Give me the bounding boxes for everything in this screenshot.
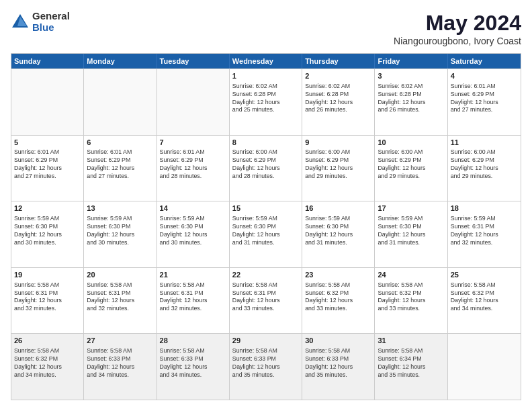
calendar-row-4: 26Sunrise: 5:58 AM Sunset: 6:32 PM Dayli… — [11, 333, 521, 400]
cell-text: Sunrise: 5:59 AM Sunset: 6:30 PM Dayligh… — [378, 215, 444, 247]
calendar-cell: 25Sunrise: 5:58 AM Sunset: 6:32 PM Dayli… — [448, 268, 521, 334]
day-number: 23 — [305, 270, 371, 280]
header-day-saturday: Saturday — [448, 54, 521, 68]
day-number: 14 — [160, 203, 226, 214]
cell-text: Sunrise: 5:59 AM Sunset: 6:30 PM Dayligh… — [14, 215, 81, 247]
calendar-cell: 12Sunrise: 5:59 AM Sunset: 6:30 PM Dayli… — [11, 201, 84, 267]
calendar-cell: 14Sunrise: 5:59 AM Sunset: 6:30 PM Dayli… — [157, 201, 230, 267]
cell-text: Sunrise: 6:01 AM Sunset: 6:29 PM Dayligh… — [87, 148, 153, 181]
calendar: SundayMondayTuesdayWednesdayThursdayFrid… — [11, 53, 521, 400]
day-number: 20 — [87, 270, 153, 280]
calendar-row-1: 5Sunrise: 6:01 AM Sunset: 6:29 PM Daylig… — [11, 135, 521, 201]
cell-text: Sunrise: 6:00 AM Sunset: 6:29 PM Dayligh… — [378, 148, 444, 181]
header-day-wednesday: Wednesday — [230, 54, 302, 68]
cell-text: Sunrise: 6:02 AM Sunset: 6:28 PM Dayligh… — [378, 83, 444, 115]
cell-text: Sunrise: 5:58 AM Sunset: 6:33 PM Dayligh… — [160, 347, 226, 379]
cell-text: Sunrise: 6:00 AM Sunset: 6:29 PM Dayligh… — [305, 148, 371, 181]
calendar-row-2: 12Sunrise: 5:59 AM Sunset: 6:30 PM Dayli… — [11, 201, 521, 267]
day-number: 8 — [232, 138, 299, 148]
calendar-cell: 22Sunrise: 5:58 AM Sunset: 6:31 PM Dayli… — [230, 268, 302, 334]
calendar-cell: 16Sunrise: 5:59 AM Sunset: 6:30 PM Dayli… — [302, 201, 375, 267]
cell-text: Sunrise: 5:59 AM Sunset: 6:30 PM Dayligh… — [305, 215, 371, 247]
cell-text: Sunrise: 5:58 AM Sunset: 6:32 PM Dayligh… — [378, 281, 444, 314]
calendar-cell: 24Sunrise: 5:58 AM Sunset: 6:32 PM Dayli… — [375, 268, 447, 334]
day-number: 18 — [451, 203, 518, 214]
header-day-monday: Monday — [84, 54, 157, 68]
day-number: 25 — [451, 270, 518, 280]
header-day-sunday: Sunday — [11, 54, 84, 68]
page: General Blue May 2024 Niangourougbono, I… — [0, 0, 532, 411]
header-day-thursday: Thursday — [302, 54, 375, 68]
day-number: 4 — [451, 71, 518, 81]
calendar-cell: 6Sunrise: 6:01 AM Sunset: 6:29 PM Daylig… — [84, 136, 157, 201]
calendar-cell: 28Sunrise: 5:58 AM Sunset: 6:33 PM Dayli… — [157, 334, 230, 400]
day-number: 27 — [87, 336, 153, 346]
calendar-cell: 19Sunrise: 5:58 AM Sunset: 6:31 PM Dayli… — [11, 268, 84, 334]
calendar-cell: 7Sunrise: 6:01 AM Sunset: 6:29 PM Daylig… — [157, 136, 230, 201]
cell-text: Sunrise: 5:58 AM Sunset: 6:32 PM Dayligh… — [451, 281, 518, 314]
calendar-cell: 2Sunrise: 6:02 AM Sunset: 6:28 PM Daylig… — [302, 69, 375, 135]
logo-general: General — [32, 11, 70, 22]
day-number: 10 — [378, 138, 444, 148]
cell-text: Sunrise: 5:58 AM Sunset: 6:33 PM Dayligh… — [232, 347, 299, 379]
calendar-header-row: SundayMondayTuesdayWednesdayThursdayFrid… — [11, 54, 521, 68]
day-number: 16 — [305, 203, 371, 214]
day-number: 12 — [14, 203, 81, 214]
day-number: 21 — [160, 270, 226, 280]
calendar-cell: 29Sunrise: 5:58 AM Sunset: 6:33 PM Dayli… — [230, 334, 302, 400]
day-number: 28 — [160, 336, 226, 346]
header: General Blue May 2024 Niangourougbono, I… — [11, 11, 521, 46]
cell-text: Sunrise: 5:58 AM Sunset: 6:32 PM Dayligh… — [305, 281, 371, 314]
cell-text: Sunrise: 5:59 AM Sunset: 6:30 PM Dayligh… — [87, 215, 153, 247]
calendar-cell — [84, 69, 157, 135]
cell-text: Sunrise: 6:01 AM Sunset: 6:29 PM Dayligh… — [14, 148, 81, 181]
day-number: 17 — [378, 203, 444, 214]
calendar-cell: 4Sunrise: 6:01 AM Sunset: 6:29 PM Daylig… — [448, 69, 521, 135]
day-number: 29 — [232, 336, 299, 346]
day-number: 31 — [378, 336, 444, 346]
day-number: 24 — [378, 270, 444, 280]
cell-text: Sunrise: 5:58 AM Sunset: 6:31 PM Dayligh… — [87, 281, 153, 314]
calendar-cell: 23Sunrise: 5:58 AM Sunset: 6:32 PM Dayli… — [302, 268, 375, 334]
day-number: 11 — [451, 138, 518, 148]
logo-icon — [11, 13, 30, 32]
calendar-cell: 11Sunrise: 6:00 AM Sunset: 6:29 PM Dayli… — [448, 136, 521, 201]
calendar-cell: 1Sunrise: 6:02 AM Sunset: 6:28 PM Daylig… — [230, 69, 302, 135]
calendar-cell — [157, 69, 230, 135]
cell-text: Sunrise: 5:58 AM Sunset: 6:31 PM Dayligh… — [14, 281, 81, 314]
day-number: 13 — [87, 203, 153, 214]
calendar-cell — [448, 334, 521, 400]
day-number: 15 — [232, 203, 299, 214]
cell-text: Sunrise: 6:02 AM Sunset: 6:28 PM Dayligh… — [232, 83, 299, 115]
calendar-cell: 18Sunrise: 5:59 AM Sunset: 6:31 PM Dayli… — [448, 201, 521, 267]
calendar-cell: 10Sunrise: 6:00 AM Sunset: 6:29 PM Dayli… — [375, 136, 447, 201]
cell-text: Sunrise: 5:59 AM Sunset: 6:31 PM Dayligh… — [451, 215, 518, 247]
day-number: 9 — [305, 138, 371, 148]
day-number: 30 — [305, 336, 371, 346]
logo-blue: Blue — [32, 22, 70, 34]
cell-text: Sunrise: 5:58 AM Sunset: 6:33 PM Dayligh… — [87, 347, 153, 379]
day-number: 26 — [14, 336, 81, 346]
cell-text: Sunrise: 6:01 AM Sunset: 6:29 PM Dayligh… — [451, 83, 518, 115]
calendar-cell: 5Sunrise: 6:01 AM Sunset: 6:29 PM Daylig… — [11, 136, 84, 201]
day-number: 19 — [14, 270, 81, 280]
logo-text: General Blue — [32, 11, 70, 33]
day-number: 3 — [378, 71, 444, 81]
calendar-cell: 26Sunrise: 5:58 AM Sunset: 6:32 PM Dayli… — [11, 334, 84, 400]
logo: General Blue — [11, 11, 70, 33]
calendar-cell: 9Sunrise: 6:00 AM Sunset: 6:29 PM Daylig… — [302, 136, 375, 201]
calendar-title: May 2024 — [394, 11, 521, 36]
calendar-cell: 3Sunrise: 6:02 AM Sunset: 6:28 PM Daylig… — [375, 69, 447, 135]
day-number: 2 — [305, 71, 371, 81]
day-number: 22 — [232, 270, 299, 280]
calendar-subtitle: Niangourougbono, Ivory Coast — [394, 36, 521, 46]
cell-text: Sunrise: 5:58 AM Sunset: 6:31 PM Dayligh… — [160, 281, 226, 314]
header-day-friday: Friday — [375, 54, 447, 68]
calendar-row-0: 1Sunrise: 6:02 AM Sunset: 6:28 PM Daylig… — [11, 68, 521, 135]
cell-text: Sunrise: 5:58 AM Sunset: 6:31 PM Dayligh… — [232, 281, 299, 314]
calendar-cell — [11, 69, 84, 135]
cell-text: Sunrise: 6:02 AM Sunset: 6:28 PM Dayligh… — [305, 83, 371, 115]
calendar-cell: 31Sunrise: 5:58 AM Sunset: 6:34 PM Dayli… — [375, 334, 447, 400]
title-block: May 2024 Niangourougbono, Ivory Coast — [394, 11, 521, 46]
cell-text: Sunrise: 5:58 AM Sunset: 6:33 PM Dayligh… — [305, 347, 371, 379]
